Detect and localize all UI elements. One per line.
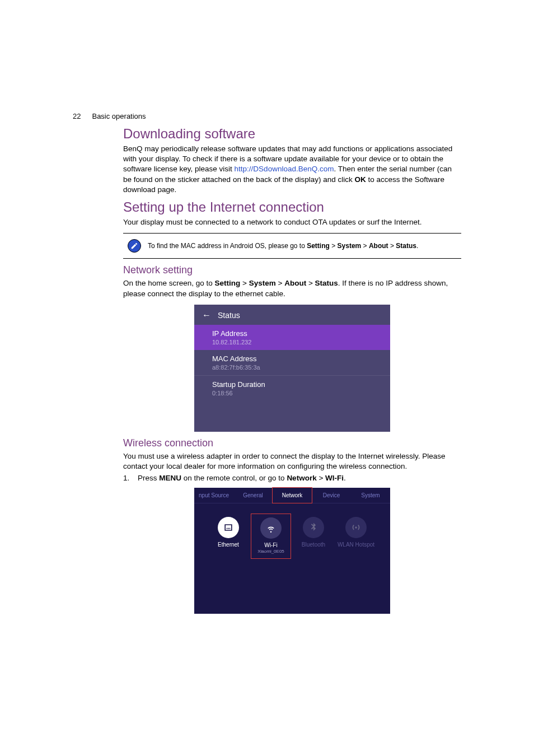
paragraph-network-setting: On the home screen, go to Setting > Syst… [123, 278, 461, 298]
net-item-ethernet[interactable]: Ethernet [208, 514, 249, 559]
status-row-mac[interactable]: MAC Address a8:82:7f:b6:35:3a [194, 350, 390, 375]
screenshot-status: ← Status IP Address 10.82.181.232 MAC Ad… [194, 305, 390, 432]
status-title: Status [218, 311, 240, 320]
heading-wireless-connection: Wireless connection [123, 437, 461, 449]
pencil-icon [128, 239, 141, 253]
heading-network-setting: Network setting [123, 264, 461, 276]
paragraph-downloading-software: BenQ may periodically release software u… [123, 144, 461, 195]
hotspot-icon [345, 517, 367, 538]
page-number: 22 [73, 112, 81, 120]
section-name: Basic operations [92, 112, 146, 120]
tab-general[interactable]: General [233, 488, 273, 503]
tab-input-source[interactable]: nput Source [194, 488, 233, 503]
step-1: 1. Press MENU on the remote control, or … [123, 474, 461, 482]
link-dsdownload[interactable]: http://DSdownload.BenQ.com [235, 165, 334, 173]
network-items: Ethernet Wi-Fi Xiaomi_0E05 Bluetooth [194, 503, 390, 563]
wifi-icon [260, 517, 282, 539]
network-tabs: nput Source General Network Device Syste… [194, 488, 390, 503]
status-row-startup[interactable]: Startup Duration 0:18:56 [194, 375, 390, 401]
bluetooth-icon [303, 517, 324, 538]
paragraph-internet-connection: Your display must be connected to a netw… [123, 217, 461, 227]
note-mac-address: To find the MAC address in Android OS, p… [123, 233, 461, 259]
heading-internet-connection: Setting up the Internet connection [123, 199, 461, 215]
tab-network[interactable]: Network [272, 487, 312, 503]
paragraph-wireless-connection: You must use a wireless adapter in order… [123, 451, 461, 472]
heading-downloading-software: Downloading software [123, 126, 461, 142]
status-row-ip[interactable]: IP Address 10.82.181.232 [194, 325, 390, 350]
back-arrow-icon[interactable]: ← [202, 310, 211, 320]
ethernet-icon [218, 517, 239, 538]
net-item-hotspot[interactable]: WLAN Hotspot [336, 514, 376, 559]
screenshot-network: nput Source General Network Device Syste… [194, 488, 390, 614]
tab-device[interactable]: Device [312, 488, 351, 503]
status-titlebar: ← Status [194, 305, 390, 325]
tab-system[interactable]: System [351, 488, 390, 503]
net-item-bluetooth[interactable]: Bluetooth [293, 514, 334, 559]
page-header: 22 Basic operations [73, 112, 461, 120]
net-item-wifi[interactable]: Wi-Fi Xiaomi_0E05 [251, 514, 291, 559]
note-text: To find the MAC address in Android OS, p… [148, 242, 418, 250]
